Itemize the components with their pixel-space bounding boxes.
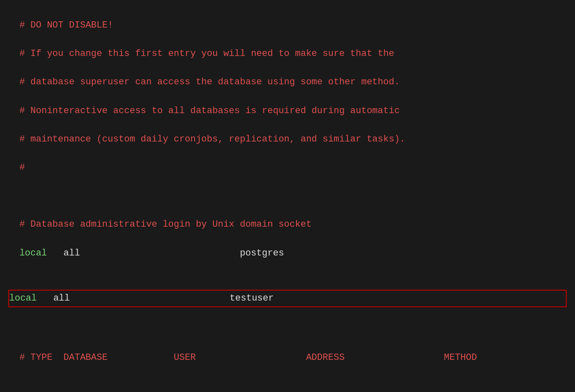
line-do-not-disable: # DO NOT DISABLE!: [19, 20, 113, 30]
line-if-change: # If you change this first entry you wil…: [19, 48, 394, 59]
line-noninteractive: # Noninteractive access to all databases…: [19, 106, 400, 116]
line-maintenance: # maintenance (custom daily cronjobs, re…: [19, 134, 405, 144]
line-local-postgres: local all postgres peer: [19, 248, 575, 258]
line-db-admin-login: # Database administrative login by Unix …: [19, 219, 312, 230]
line-hash: #: [19, 162, 25, 173]
line-database-superuser: # database superuser can access the data…: [19, 77, 400, 87]
code-editor: # DO NOT DISABLE! # If you change this f…: [8, 4, 567, 392]
line-local-testuser-highlighted: local all testuser md5: [8, 290, 567, 307]
line-type-header: # TYPE DATABASE USER ADDRESS METHOD: [19, 352, 477, 363]
